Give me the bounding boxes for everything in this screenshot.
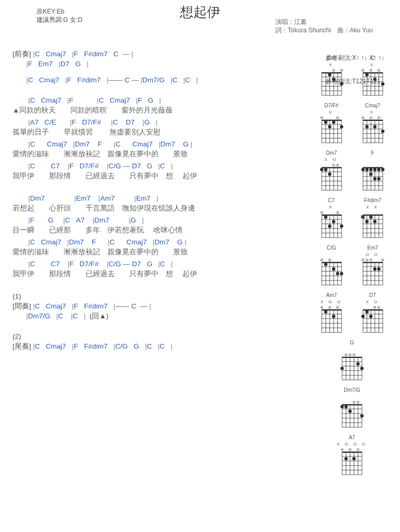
lyrics-6: 目一瞬 已經那 多年 伊若想著阮 啥咪心情 bbox=[13, 226, 325, 234]
intro-line-1: [前奏] |C Cmaj7 |F F#dim7 C — | bbox=[13, 50, 325, 58]
chord-diagram-D7F: D7/F# X bbox=[316, 103, 347, 144]
svg-point-240 bbox=[349, 354, 351, 356]
chord-diagram-marks: X bbox=[370, 63, 375, 67]
svg-point-223 bbox=[365, 310, 368, 313]
svg-point-165 bbox=[321, 259, 323, 261]
verse2-chords-b: |F G |C A7 |Dm7 |G | bbox=[13, 216, 325, 225]
svg-point-51 bbox=[336, 117, 338, 119]
verse2-chords-c: |C Cmaj7 |Dm7 F |C Cmaj7 |Dm7 G | bbox=[13, 238, 325, 246]
svg-point-225 bbox=[369, 315, 372, 318]
verse2-chords-a: |Dm7 |Em7 |Am7 |Em7 | bbox=[13, 194, 325, 203]
chord-diagram-label: Am7 bbox=[326, 292, 337, 299]
chord-diagram-marks: X O bbox=[366, 300, 380, 304]
chord-diagram-marks: O O bbox=[366, 252, 380, 257]
svg-point-262 bbox=[348, 410, 351, 413]
svg-point-111 bbox=[381, 168, 384, 171]
svg-point-36 bbox=[381, 82, 384, 85]
verse2-chords-d: |C C7 |F D7/F# |C/G — D7 G |C | bbox=[13, 259, 325, 268]
svg-point-108 bbox=[369, 168, 372, 171]
marker-1: (1) bbox=[13, 292, 325, 301]
svg-point-32 bbox=[370, 69, 372, 71]
svg-point-131 bbox=[332, 220, 335, 223]
chord-diagram-marks: X bbox=[329, 205, 334, 209]
outro-line-1: [尾奏] |C Cmaj7 |F F#dim7 |C/G G |C |C | bbox=[13, 342, 325, 351]
intro-line-3: |C Cmaj7 |F F#dim7 |—— C — |Dm7/G |C |C … bbox=[13, 76, 325, 84]
chord-diagram-Em7: Em7 O O bbox=[357, 245, 389, 286]
chord-diagram-C7: C7 X bbox=[316, 197, 347, 239]
svg-point-89 bbox=[336, 164, 338, 166]
svg-point-184 bbox=[362, 259, 364, 261]
svg-point-263 bbox=[360, 414, 363, 417]
performer: 演唱：江蕙 bbox=[275, 18, 373, 26]
svg-point-73 bbox=[365, 125, 368, 128]
svg-point-203 bbox=[321, 306, 323, 308]
svg-text:2: 2 bbox=[360, 214, 363, 219]
svg-point-33 bbox=[378, 69, 380, 71]
svg-point-260 bbox=[341, 405, 344, 408]
svg-point-112 bbox=[369, 172, 372, 176]
svg-point-189 bbox=[373, 267, 376, 270]
svg-point-222 bbox=[378, 306, 380, 308]
chord-diagram-D7: D7 X O bbox=[357, 292, 389, 333]
interlude-line-1: [間奏] |C Cmaj7 |F F#dim7 |—— C — | bbox=[13, 302, 325, 311]
chord-diagram-marks: X bbox=[370, 110, 375, 115]
lyrics-2: 孤單的日子 早就慣習 無虛要別人安慰 bbox=[13, 128, 325, 137]
svg-point-244 bbox=[360, 367, 363, 370]
chord-diagram-label: Em7 bbox=[367, 245, 378, 251]
svg-point-114 bbox=[377, 177, 380, 180]
chord-diagram-label: F bbox=[371, 150, 374, 156]
svg-point-109 bbox=[373, 168, 376, 171]
svg-point-166 bbox=[329, 259, 331, 261]
svg-point-206 bbox=[324, 310, 327, 313]
svg-point-88 bbox=[332, 164, 334, 166]
svg-point-128 bbox=[321, 212, 323, 214]
marker-2: (2) bbox=[13, 332, 325, 341]
svg-point-167 bbox=[324, 263, 327, 266]
svg-point-169 bbox=[336, 272, 339, 275]
lyrics-1: ▲同款的秋天 同款的暗暝 窗外的月光薇薇 bbox=[13, 106, 325, 115]
svg-point-243 bbox=[356, 362, 359, 365]
svg-point-15 bbox=[328, 73, 331, 76]
svg-point-107 bbox=[365, 168, 368, 171]
chord-diagram-Dm7G: Dm7/G bbox=[336, 387, 368, 428]
chord-diagram-label: Dm7 bbox=[326, 150, 337, 156]
chord-diagram-column: C/E X C X D7/F# X Cmaj7 X Dm7 bbox=[316, 55, 389, 476]
svg-point-130 bbox=[324, 215, 327, 218]
svg-point-55 bbox=[340, 125, 343, 128]
svg-point-14 bbox=[341, 69, 343, 71]
svg-point-150 bbox=[373, 220, 376, 223]
svg-point-186 bbox=[370, 259, 372, 261]
chord-diagram-A7: A7 X O O O bbox=[336, 435, 368, 476]
chord-diagram-marks: X X bbox=[366, 205, 379, 209]
svg-point-170 bbox=[340, 272, 343, 275]
original-key: 原KEY:Eb bbox=[37, 7, 82, 16]
svg-point-132 bbox=[340, 225, 343, 228]
chord-diagram-marks: X O bbox=[325, 157, 338, 162]
chord-diagram-Fdim7: F#dim7 X X 2 bbox=[357, 197, 389, 239]
chord-diagram-marks: X bbox=[329, 110, 334, 115]
svg-point-17 bbox=[340, 82, 343, 85]
chord-diagram-marks: X O O O bbox=[337, 442, 368, 447]
credits: 演唱：江蕙 詞：Tokura Shunchi 曲：Aku Yuu bbox=[275, 18, 373, 34]
chord-diagram-label: F#dim7 bbox=[364, 197, 381, 204]
chord-diagram-label: C/G bbox=[327, 245, 336, 251]
svg-point-224 bbox=[361, 315, 364, 318]
svg-point-258 bbox=[353, 401, 355, 403]
lyrics-5: 若想起 心肝頭 千言萬語 嘸知伊現在惦誰人身邊 bbox=[13, 204, 325, 213]
interlude-line-2: |Dm7/G |C |C | (回▲) bbox=[13, 312, 325, 320]
lyricist-composer: 詞：Tokura Shunchi 曲：Aku Yuu bbox=[275, 26, 373, 34]
svg-point-187 bbox=[382, 259, 384, 261]
chord-diagram-label: D7 bbox=[369, 292, 376, 299]
svg-point-277 bbox=[341, 449, 343, 451]
chord-diagram-label: C/E bbox=[327, 55, 336, 61]
svg-point-69 bbox=[362, 117, 364, 119]
header: 原KEY:Eb 建議男調:G 女:D 想起伊 演唱：江蕙 詞：Tokura Sh… bbox=[0, 0, 400, 42]
svg-point-74 bbox=[381, 130, 384, 133]
intro-line-2: |F Em7 |D7 G | bbox=[13, 59, 325, 68]
svg-point-188 bbox=[377, 267, 380, 270]
svg-point-31 bbox=[362, 69, 364, 71]
chord-diagram-marks: X O O bbox=[320, 300, 342, 304]
svg-point-261 bbox=[344, 405, 347, 408]
svg-point-241 bbox=[353, 354, 355, 356]
svg-point-205 bbox=[336, 306, 338, 308]
